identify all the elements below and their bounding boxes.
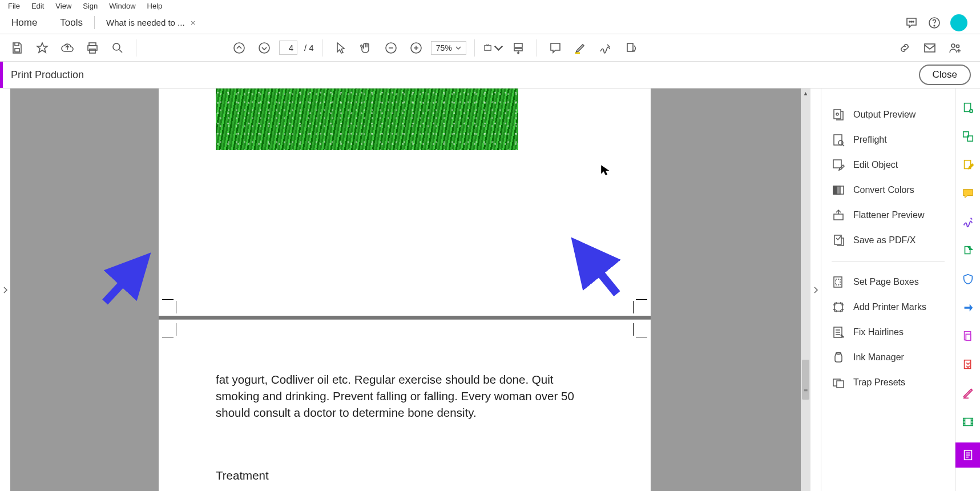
- main: fat yogurt, Codliver oil etc. Regular ex…: [0, 88, 980, 491]
- tab-home[interactable]: Home: [0, 11, 49, 34]
- rotate-page-icon[interactable]: [620, 38, 641, 58]
- panel-item-flattener-preview[interactable]: Flattener Preview: [821, 203, 955, 228]
- document-viewport[interactable]: fat yogurt, Codliver oil etc. Regular ex…: [10, 88, 810, 491]
- page-number-input[interactable]: [279, 41, 297, 55]
- vstrip-combine-icon[interactable]: [960, 128, 976, 144]
- menu-sign[interactable]: Sign: [78, 1, 102, 11]
- comment-icon[interactable]: [545, 38, 566, 58]
- svg-point-9: [113, 43, 120, 50]
- scroll-up-icon[interactable]: ▲: [801, 88, 810, 98]
- menu-window[interactable]: Window: [104, 1, 140, 11]
- subheader-accent: [0, 62, 3, 88]
- doc-heading-treatment: Treatment: [216, 467, 588, 484]
- cloud-upload-icon[interactable]: [57, 38, 78, 58]
- zoom-in-icon[interactable]: [406, 38, 426, 58]
- panel-item-ink-manager[interactable]: Ink Manager: [821, 345, 955, 370]
- right-tool-strip: [955, 88, 980, 491]
- print-icon[interactable]: [82, 38, 103, 58]
- svg-rect-33: [834, 277, 842, 287]
- vstrip-redact-icon[interactable]: [960, 385, 976, 401]
- tab-document[interactable]: What is needed to ... ×: [95, 11, 207, 34]
- menu-edit[interactable]: Edit: [27, 1, 49, 11]
- sign-icon[interactable]: [595, 38, 616, 58]
- vstrip-sign-icon[interactable]: [960, 214, 976, 230]
- svg-rect-5: [15, 49, 19, 52]
- menu-view[interactable]: View: [51, 1, 76, 11]
- panel-item-preflight[interactable]: Preflight: [821, 127, 955, 152]
- help-icon[interactable]: [927, 16, 941, 30]
- vstrip-organize-icon[interactable]: [960, 328, 976, 344]
- svg-rect-27: [833, 160, 841, 168]
- svg-rect-17: [627, 43, 633, 51]
- panel-item-trap-presets[interactable]: Trap Presets: [821, 370, 955, 395]
- vstrip-protect-icon[interactable]: [960, 271, 976, 287]
- star-icon[interactable]: [32, 38, 53, 58]
- svg-rect-39: [837, 381, 844, 388]
- page-up-icon[interactable]: [229, 38, 249, 58]
- panel-label: Preflight: [853, 135, 887, 145]
- crop-mark: [162, 299, 174, 300]
- svg-point-4: [934, 25, 935, 26]
- svg-rect-34: [836, 279, 840, 285]
- panel-item-save-pdfx[interactable]: Save as PDF/X: [821, 228, 955, 253]
- tab-close-icon[interactable]: ×: [191, 18, 196, 27]
- vstrip-compress-icon[interactable]: [960, 357, 976, 373]
- crop-mark: [633, 323, 634, 336]
- svg-rect-31: [834, 214, 843, 220]
- vstrip-create-pdf-icon[interactable]: [960, 100, 976, 116]
- document-page-4: fat yogurt, Codliver oil etc. Regular ex…: [159, 320, 651, 491]
- email-icon[interactable]: [919, 38, 940, 58]
- panel-label: Trap Presets: [853, 377, 905, 388]
- vstrip-edit-pdf-icon[interactable]: [960, 157, 976, 173]
- vstrip-print-production-icon[interactable]: [955, 442, 981, 468]
- link-icon[interactable]: [894, 38, 915, 58]
- panel-item-output-preview[interactable]: Output Preview: [821, 102, 955, 127]
- grass-image: [216, 88, 518, 150]
- panel-item-fix-hairlines[interactable]: Fix Hairlines: [821, 320, 955, 345]
- crop-mark: [633, 301, 634, 313]
- crop-mark: [176, 323, 176, 336]
- find-icon[interactable]: [107, 38, 128, 58]
- close-button[interactable]: Close: [919, 65, 971, 85]
- page-total-label: / 4: [302, 43, 314, 53]
- panel-label: Flattener Preview: [853, 210, 925, 220]
- svg-rect-35: [834, 303, 842, 311]
- vstrip-export-icon[interactable]: [960, 243, 976, 259]
- selection-arrow-icon[interactable]: [330, 38, 351, 58]
- menu-file[interactable]: File: [3, 1, 25, 11]
- vstrip-share-icon[interactable]: [960, 300, 976, 316]
- vstrip-media-icon[interactable]: [960, 414, 976, 430]
- svg-rect-29: [833, 186, 837, 194]
- menu-help[interactable]: Help: [143, 1, 167, 11]
- vertical-scrollbar[interactable]: ▲ ≡: [801, 88, 810, 491]
- hand-pan-icon[interactable]: [356, 38, 376, 58]
- crop-mark: [636, 337, 647, 337]
- panel-item-convert-colors[interactable]: Convert Colors: [821, 178, 955, 203]
- svg-point-2: [913, 21, 914, 22]
- share-people-icon[interactable]: [945, 38, 965, 58]
- zoom-dropdown[interactable]: 75%: [431, 41, 466, 55]
- crop-mark: [176, 301, 176, 313]
- panel-item-edit-object[interactable]: Edit Object: [821, 152, 955, 178]
- svg-point-37: [836, 353, 841, 355]
- scroll-mode-icon[interactable]: [508, 38, 529, 58]
- scroll-options-icon[interactable]: ≡: [801, 385, 810, 395]
- fit-width-icon[interactable]: [483, 38, 503, 58]
- menubar: File Edit View Sign Window Help: [0, 0, 980, 11]
- right-pane-toggle[interactable]: [810, 88, 821, 491]
- zoom-out-icon[interactable]: [381, 38, 401, 58]
- highlight-icon[interactable]: [570, 38, 591, 58]
- tab-tools[interactable]: Tools: [49, 11, 94, 34]
- panel-item-add-printer-marks[interactable]: Add Printer Marks: [821, 295, 955, 320]
- page-down-icon[interactable]: [254, 38, 275, 58]
- notifications-icon[interactable]: [905, 16, 918, 30]
- svg-point-20: [957, 45, 959, 47]
- vstrip-comment-icon[interactable]: [960, 186, 976, 202]
- panel-item-set-page-boxes[interactable]: Set Page Boxes: [821, 269, 955, 295]
- svg-point-19: [951, 44, 955, 47]
- subheader: Print Production Close: [0, 62, 980, 88]
- svg-rect-30: [837, 186, 840, 194]
- left-pane-toggle[interactable]: [0, 88, 10, 491]
- user-avatar[interactable]: [950, 14, 967, 31]
- save-icon[interactable]: [7, 38, 27, 58]
